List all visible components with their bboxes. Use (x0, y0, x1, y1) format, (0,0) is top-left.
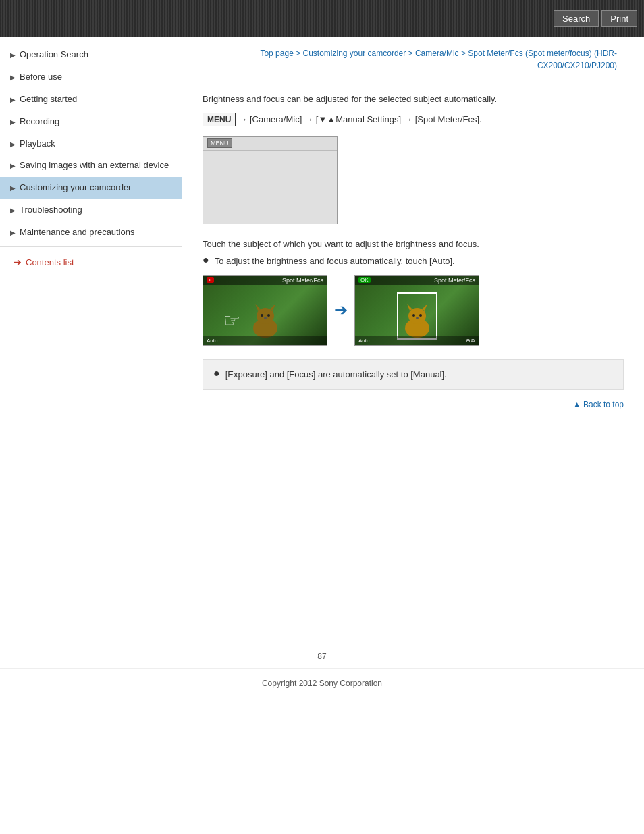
breadcrumb-sep1: > (294, 49, 303, 58)
sidebar: ▶ Operation Search ▶ Before use ▶ Gettin… (0, 37, 182, 645)
bullet-dot: ● (203, 255, 209, 265)
sidebar-item-playback[interactable]: ▶ Playback (0, 133, 182, 155)
sidebar-item-troubleshooting[interactable]: ▶ Troubleshooting (0, 199, 182, 221)
arrow-icon: ▶ (10, 140, 16, 149)
sidebar-item-label: Getting started (20, 94, 77, 105)
note-text: [Exposure] and [Focus] are automatically… (225, 368, 447, 382)
cam-image-right-inner: OK Spot Meter/Fcs A (355, 276, 479, 345)
sidebar-item-recording[interactable]: ▶ Recording (0, 111, 182, 133)
auto-bullet-item: ● To adjust the brightness and focus aut… (203, 255, 624, 268)
menu-step1: → [Camera/Mic] → (238, 114, 313, 124)
menu-path: MENU → [Camera/Mic] → [▼▲Manual Settings… (203, 113, 624, 126)
arrow-icon: ▶ (10, 228, 16, 237)
cam-bottom-bar-left: Auto (203, 336, 327, 345)
hand-cursor-icon: ☞ (223, 309, 240, 332)
touch-instruction: Touch the subject of which you want to a… (203, 238, 624, 251)
screen-menu-btn: MENU (207, 138, 232, 148)
svg-point-13 (416, 317, 419, 319)
sidebar-item-saving-images[interactable]: ▶ Saving images with an external device (0, 155, 182, 177)
sidebar-item-label: Saving images with an external device (20, 160, 169, 172)
arrow-icon: ▶ (10, 51, 16, 59)
breadcrumb-camera-mic[interactable]: Camera/Mic (415, 49, 459, 58)
arrow-icon: ▶ (10, 118, 16, 126)
sidebar-item-label: Troubleshooting (20, 205, 82, 216)
cam-label-bar-right: OK Spot Meter/Fcs (355, 276, 479, 285)
sidebar-item-label: Customizing your camcorder (20, 182, 131, 194)
contents-list-arrow-icon: ➔ (14, 257, 22, 267)
arrow-icon: ▶ (10, 73, 16, 82)
footer: Copyright 2012 Sony Corporation (0, 668, 644, 698)
cam-image-left: × Spot Meter/Fcs ☞ (203, 275, 327, 346)
cam-label-bar-left: × Spot Meter/Fcs (203, 276, 327, 285)
menu-step2: [▼▲Manual Settings] → (316, 114, 412, 124)
cat-image-right (400, 301, 434, 338)
sidebar-item-maintenance[interactable]: ▶ Maintenance and precautions (0, 221, 182, 244)
sidebar-divider (0, 246, 182, 247)
breadcrumb-sep3: > (459, 49, 468, 58)
cam-ok-button: OK (358, 277, 371, 283)
sidebar-item-label: Operation Search (20, 49, 88, 61)
back-to-top-link[interactable]: ▲ Back to top (573, 400, 624, 409)
sidebar-item-operation-search[interactable]: ▶ Operation Search (0, 44, 182, 66)
svg-marker-10 (422, 304, 427, 311)
arrow-icon: ▶ (10, 206, 16, 215)
contents-list-link[interactable]: ➔ Contents list (0, 250, 182, 274)
breadcrumb-customizing[interactable]: Customizing your camcorder (303, 49, 406, 58)
page-number-text: 87 (317, 652, 326, 661)
note-bullet-dot: ● (213, 368, 220, 379)
cam-image-left-inner: × Spot Meter/Fcs ☞ (203, 276, 327, 345)
note-item: ● [Exposure] and [Focus] are automatical… (213, 368, 613, 382)
header-buttons: Search Print (554, 10, 637, 27)
print-button[interactable]: Print (601, 10, 637, 27)
content-area: Top page > Customizing your camcorder > … (182, 37, 644, 645)
note-box: ● [Exposure] and [Focus] are automatical… (203, 359, 624, 390)
svg-point-5 (267, 314, 270, 317)
arrow-icon: ▶ (10, 95, 16, 104)
sidebar-item-getting-started[interactable]: ▶ Getting started (0, 88, 182, 111)
screen-body (203, 151, 337, 224)
search-button[interactable]: Search (554, 10, 599, 27)
cam-bottom-bar-right: Auto ⊕⊗ (355, 336, 479, 345)
copyright-text: Copyright 2012 Sony Corporation (262, 679, 382, 688)
sidebar-item-label: Before use (20, 72, 62, 83)
cam-bottom-text-right: Auto (358, 338, 369, 344)
arrow-icon: ▶ (10, 184, 16, 192)
page-number: 87 (0, 645, 644, 668)
main-container: ▶ Operation Search ▶ Before use ▶ Gettin… (0, 37, 644, 645)
camera-images-row: × Spot Meter/Fcs ☞ (203, 275, 624, 346)
cam-x-button: × (207, 277, 214, 283)
sidebar-item-customizing[interactable]: ▶ Customizing your camcorder (0, 177, 182, 199)
cam-label-left: Spot Meter/Fcs (282, 277, 323, 284)
content-divider (203, 82, 624, 82)
svg-point-6 (264, 317, 267, 319)
svg-marker-2 (255, 304, 261, 311)
contents-list-label: Contents list (26, 257, 74, 267)
cam-image-right: OK Spot Meter/Fcs A (354, 275, 479, 346)
svg-point-11 (412, 314, 415, 317)
auto-bullet-text: To adjust the brightness and focus autom… (215, 255, 455, 268)
cam-icons-right: ⊕⊗ (466, 338, 475, 344)
breadcrumb-spot-meter[interactable]: Spot Meter/Fcs (Spot meter/focus) (HDR-C… (468, 49, 617, 70)
back-to-top[interactable]: ▲ Back to top (203, 400, 624, 409)
cam-bottom-text-left: Auto (207, 338, 217, 344)
breadcrumb-top[interactable]: Top page (260, 49, 293, 58)
description-text: Brightness and focus can be adjusted for… (203, 93, 624, 106)
svg-point-4 (261, 314, 263, 317)
cat-image-left (248, 301, 282, 338)
arrow-between-icon: ➔ (334, 301, 348, 319)
breadcrumb-sep2: > (406, 49, 415, 58)
svg-point-12 (419, 314, 422, 317)
sidebar-item-label: Recording (20, 116, 59, 128)
screen-image: MENU (203, 136, 338, 224)
sidebar-item-label: Maintenance and precautions (20, 227, 135, 238)
sidebar-item-label: Playback (20, 138, 55, 150)
svg-point-1 (257, 308, 274, 324)
svg-marker-9 (407, 304, 412, 311)
menu-step3: [Spot Meter/Fcs]. (415, 114, 482, 124)
svg-point-8 (408, 308, 426, 324)
svg-marker-3 (270, 304, 275, 311)
sidebar-item-before-use[interactable]: ▶ Before use (0, 66, 182, 88)
screen-top-bar: MENU (203, 137, 337, 151)
cam-label-right: Spot Meter/Fcs (434, 277, 475, 284)
menu-box: MENU (203, 113, 236, 126)
